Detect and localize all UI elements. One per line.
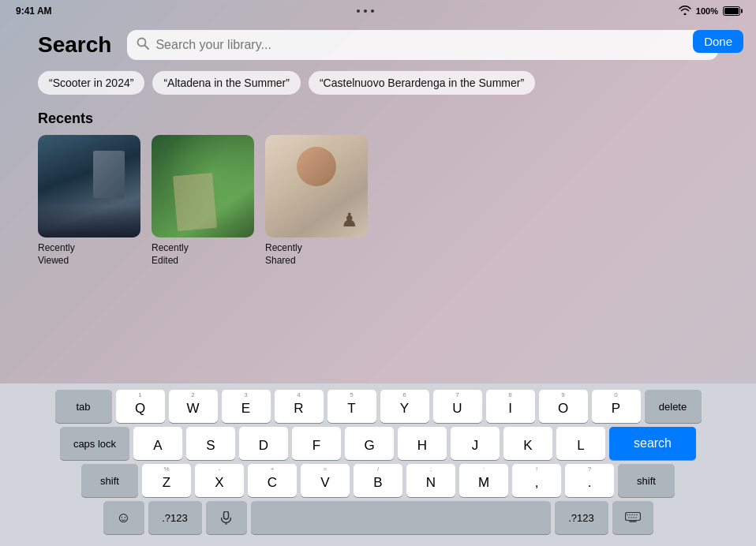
wifi-icon: [679, 6, 691, 17]
key-a[interactable]: A: [133, 427, 182, 460]
recent-thumb-edited: [152, 135, 254, 237]
key-m[interactable]: :M: [459, 464, 508, 497]
kb-row-4: ☺ .?123 .?123: [5, 501, 751, 534]
recent-thumb-shared: [265, 135, 368, 237]
recents-section: Recents RecentlyViewed RecentlyEdited Re…: [38, 110, 718, 267]
content-area: Done Search: [0, 22, 756, 546]
search-title: Search: [38, 32, 111, 58]
key-w[interactable]: 2W: [169, 390, 218, 423]
key-keyboard[interactable]: [612, 501, 653, 534]
svg-rect-6: [625, 513, 640, 521]
key-comma[interactable]: !,: [512, 464, 561, 497]
key-search-label: search: [634, 436, 672, 451]
thumb-detail: [93, 151, 125, 198]
dot2: [364, 9, 367, 13]
key-l[interactable]: L: [556, 427, 605, 460]
recent-label-viewed: RecentlyViewed: [38, 242, 75, 267]
key-p[interactable]: 0P: [592, 390, 641, 423]
key-z[interactable]: %Z: [142, 464, 191, 497]
key-space[interactable]: [251, 501, 551, 534]
key-tab[interactable]: tab: [55, 390, 112, 423]
key-numbers[interactable]: .?123: [148, 501, 202, 534]
key-search[interactable]: search: [609, 427, 696, 460]
svg-rect-4: [224, 511, 229, 519]
key-s[interactable]: S: [186, 427, 235, 460]
search-icon: [137, 37, 149, 53]
key-shift-right[interactable]: shift: [618, 464, 675, 497]
battery-fill: [724, 8, 739, 14]
recent-item-edited[interactable]: RecentlyEdited: [152, 135, 254, 267]
keyboard: tab 1Q 2W 3E 4R 5T 6Y 7U 8I 9O 0P delete…: [0, 383, 756, 546]
key-d[interactable]: D: [239, 427, 288, 460]
dot3: [371, 9, 374, 13]
key-numbers-right[interactable]: .?123: [555, 501, 608, 534]
recent-label-shared: RecentlyShared: [265, 242, 302, 267]
recents-grid: RecentlyViewed RecentlyEdited RecentlySh…: [38, 135, 718, 267]
key-y[interactable]: 6Y: [380, 390, 429, 423]
key-mic[interactable]: [206, 501, 247, 534]
key-g[interactable]: G: [345, 427, 394, 460]
recent-label-edited: RecentlyEdited: [152, 242, 189, 267]
key-emoji[interactable]: ☺: [103, 501, 144, 534]
mic-key-icon: [221, 511, 231, 525]
key-o[interactable]: 9O: [539, 390, 588, 423]
key-shift-left[interactable]: shift: [81, 464, 138, 497]
kb-row-2: caps lock A S D F G H J K L search: [5, 427, 751, 460]
key-c[interactable]: +C: [248, 464, 297, 497]
key-u[interactable]: 7U: [433, 390, 482, 423]
status-bar: 9:41 AM 100%: [0, 0, 756, 22]
key-t[interactable]: 5T: [327, 390, 376, 423]
search-bar[interactable]: [127, 30, 718, 60]
search-header: Search: [38, 30, 718, 60]
key-n[interactable]: ;N: [406, 464, 455, 497]
battery-percent: 100%: [696, 6, 718, 16]
dot1: [357, 9, 360, 13]
chip-1[interactable]: “Altadena in the Summer”: [152, 71, 301, 95]
status-time: 9:41 AM: [16, 6, 52, 17]
key-shift-r-label: shift: [637, 475, 656, 487]
key-x[interactable]: -X: [195, 464, 244, 497]
recent-item-viewed[interactable]: RecentlyViewed: [38, 135, 140, 267]
key-b[interactable]: /B: [354, 464, 402, 497]
status-center: [357, 9, 374, 13]
status-right: 100%: [679, 6, 740, 17]
recent-item-shared[interactable]: RecentlyShared: [265, 135, 368, 267]
key-numbers-label: .?123: [162, 512, 188, 524]
key-caps-label: caps lock: [73, 438, 116, 450]
key-tab-label: tab: [76, 401, 90, 413]
key-e[interactable]: 3E: [222, 390, 271, 423]
key-r[interactable]: 4R: [275, 390, 324, 423]
key-i[interactable]: 8I: [486, 390, 535, 423]
kb-row-1: tab 1Q 2W 3E 4R 5T 6Y 7U 8I 9O 0P delete: [5, 390, 751, 423]
key-h[interactable]: H: [398, 427, 447, 460]
key-numbers-r-label: .?123: [568, 512, 594, 524]
key-caps-lock[interactable]: caps lock: [60, 427, 129, 460]
search-panel: Search “Sc: [38, 30, 718, 267]
key-shift-l-label: shift: [100, 475, 119, 487]
suggestion-chips: “Scooter in 2024” “Altadena in the Summe…: [38, 71, 718, 95]
key-q[interactable]: 1Q: [116, 390, 165, 423]
key-delete-label: delete: [659, 401, 687, 413]
done-button[interactable]: Done: [693, 30, 743, 53]
chip-2[interactable]: “Castelnuovo Berardenga in the Summer”: [309, 71, 535, 95]
kb-row-3: shift %Z -X +C =V /B ;N :M !, ?. shift: [5, 464, 751, 497]
key-j[interactable]: J: [451, 427, 500, 460]
chip-0[interactable]: “Scooter in 2024”: [38, 71, 144, 95]
key-k[interactable]: K: [503, 427, 552, 460]
key-delete[interactable]: delete: [645, 390, 702, 423]
key-f[interactable]: F: [292, 427, 341, 460]
battery-icon: [723, 6, 740, 16]
recents-title: Recents: [38, 110, 718, 127]
key-v[interactable]: =V: [301, 464, 350, 497]
svg-line-1: [145, 46, 149, 50]
search-input[interactable]: [155, 38, 691, 52]
key-question[interactable]: ?.: [565, 464, 614, 497]
key-emoji-label: ☺: [116, 510, 130, 526]
recent-thumb-viewed: [38, 135, 140, 237]
keyboard-key-icon: [625, 512, 641, 523]
